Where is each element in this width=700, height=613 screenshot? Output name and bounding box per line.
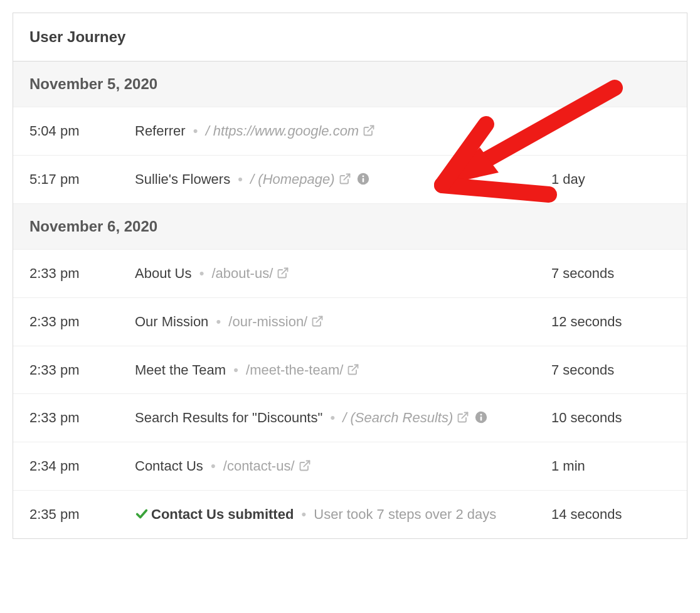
journey-path: /meet-the-team/ — [246, 362, 343, 378]
journey-row: 2:33 pmMeet the Team • /meet-the-team/7 … — [13, 346, 687, 395]
journey-detail: Our Mission • /our-mission/ — [135, 312, 551, 332]
journey-summary: User took 7 steps over 2 days — [314, 506, 496, 522]
journey-row: 5:04 pmReferrer • / https://www.google.c… — [13, 107, 687, 156]
journey-duration: 10 seconds — [551, 408, 671, 428]
journey-duration: 7 seconds — [551, 264, 671, 284]
journey-path: / (Homepage) — [250, 171, 335, 187]
journey-path: /about-us/ — [211, 265, 273, 281]
journey-time: 2:33 pm — [29, 264, 135, 284]
journey-row: 5:17 pmSullie's Flowers • / (Homepage)1 … — [13, 156, 687, 204]
journey-detail: Search Results for "Discounts" • / (Sear… — [135, 408, 551, 428]
external-link-icon[interactable] — [311, 315, 324, 328]
separator-dot: • — [297, 506, 310, 522]
separator-dot: • — [330, 410, 335, 425]
panel-title: User Journey — [13, 13, 687, 61]
journey-title: Contact Us submitted — [151, 506, 294, 522]
journey-duration: 1 day — [551, 169, 671, 189]
journey-time: 2:35 pm — [29, 504, 135, 525]
journey-detail: Contact Us • /contact-us/ — [135, 456, 551, 476]
separator-dot: • — [211, 458, 216, 474]
journey-detail: About Us • /about-us/ — [135, 264, 551, 284]
separator-dot: • — [238, 171, 243, 187]
journey-path: / https://www.google.com — [206, 123, 359, 139]
journey-time: 2:33 pm — [29, 312, 135, 332]
external-link-icon[interactable] — [363, 124, 375, 137]
external-link-icon[interactable] — [277, 267, 289, 279]
journey-time: 5:04 pm — [29, 121, 135, 141]
journey-title: Our Mission — [135, 314, 208, 329]
check-icon — [135, 507, 149, 521]
journey-duration: 7 seconds — [551, 360, 671, 380]
journey-row: 2:33 pmOur Mission • /our-mission/12 sec… — [13, 298, 687, 346]
journey-duration: 14 seconds — [551, 504, 671, 525]
journey-time: 2:33 pm — [29, 408, 135, 428]
external-link-icon[interactable] — [299, 459, 311, 472]
journey-row: 2:34 pmContact Us • /contact-us/1 min — [13, 442, 687, 491]
separator-dot: • — [199, 265, 204, 281]
journey-title: Search Results for "Discounts" — [135, 410, 322, 425]
external-link-icon[interactable] — [457, 411, 469, 424]
journey-path: /our-mission/ — [228, 314, 307, 329]
user-journey-panel: User Journey November 5, 20205:04 pmRefe… — [13, 13, 687, 539]
date-header: November 6, 2020 — [13, 204, 687, 250]
journey-duration: 12 seconds — [551, 312, 671, 332]
external-link-icon[interactable] — [339, 173, 351, 185]
separator-dot: • — [216, 314, 221, 329]
journey-title: Meet the Team — [135, 362, 226, 378]
journey-path: / (Search Results) — [342, 410, 453, 425]
journey-duration: 1 min — [551, 456, 671, 476]
journey-title: Contact Us — [135, 458, 203, 474]
journey-detail: Referrer • / https://www.google.com — [135, 121, 551, 141]
journey-title: Sullie's Flowers — [135, 171, 230, 187]
date-header: November 5, 2020 — [13, 61, 687, 107]
journey-row: 2:33 pmAbout Us • /about-us/7 seconds — [13, 250, 687, 298]
journey-title: About Us — [135, 265, 192, 281]
info-icon[interactable] — [356, 172, 370, 186]
journey-row: 2:35 pmContact Us submitted • User took … — [13, 491, 687, 538]
journey-detail: Meet the Team • /meet-the-team/ — [135, 360, 551, 380]
external-link-icon[interactable] — [347, 363, 359, 376]
journey-row: 2:33 pmSearch Results for "Discounts" • … — [13, 394, 687, 442]
journey-detail: Contact Us submitted • User took 7 steps… — [135, 504, 551, 525]
journey-time: 5:17 pm — [29, 169, 135, 189]
journey-title: Referrer — [135, 123, 186, 139]
journey-time: 2:34 pm — [29, 456, 135, 476]
journey-detail: Sullie's Flowers • / (Homepage) — [135, 169, 551, 189]
journey-time: 2:33 pm — [29, 360, 135, 380]
separator-dot: • — [233, 362, 238, 378]
info-icon[interactable] — [474, 410, 488, 424]
journey-path: /contact-us/ — [223, 458, 295, 474]
separator-dot: • — [193, 123, 198, 139]
